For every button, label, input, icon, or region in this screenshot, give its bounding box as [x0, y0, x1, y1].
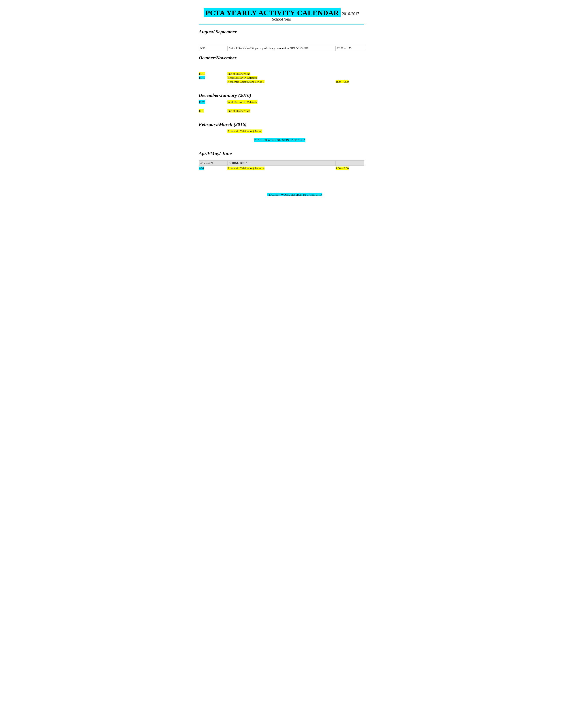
desc-highlight-1223: Work Session in Cafeteria	[227, 100, 257, 104]
desc-highlight-tws-bottom: TEACHER WORK SESSION IN CAFETERIA	[267, 193, 322, 196]
time-acad1: 4:00 – 6:00	[336, 80, 364, 84]
spacer-after-oct	[199, 84, 364, 88]
spacer-dec	[199, 104, 364, 109]
date-spring: 4/17 – 4/21	[199, 161, 227, 166]
desc-acadfeb: Academic Celebration( Period	[227, 129, 336, 133]
event-row-1116: 11/16 End of Quarter One	[199, 72, 364, 76]
aug-sep-spacer2	[199, 41, 364, 46]
event-row-426: 4/26 Academic Celebration( Period 4 4:00…	[199, 167, 364, 170]
date-highlight-131: 1/31	[199, 109, 204, 113]
spacer-apr	[199, 159, 364, 160]
table-row-spring: 4/17 – 4/21 SPRING BREAK	[199, 161, 364, 166]
event-row-1223: 12/23 Work Session in Cafeteria	[199, 100, 364, 104]
oct-spacer	[199, 63, 364, 67]
desc-426: Academic Celebration( Period 4	[227, 167, 336, 170]
desc-tws-bottom: TEACHER WORK SESSION IN CAFETERIA	[227, 193, 336, 197]
desc-highlight-1118: Work Session in Cafeteria	[227, 76, 257, 79]
spacer-apr5	[199, 184, 364, 188]
date-1223: 12/23	[199, 100, 227, 104]
date-426: 4/26	[199, 167, 227, 170]
date-1118: 11/18	[199, 76, 227, 80]
desc-highlight-acad1: Academic Celebration( Period 1	[227, 80, 264, 83]
desc-spring: SPRING BREAK	[227, 161, 336, 166]
section-oct-nov: October/November	[199, 55, 364, 61]
section-apr-jun: April/May/ June	[199, 151, 364, 156]
page-title-highlight: PCTA YEARLY ACTIVITY CALENDAR	[204, 8, 341, 17]
date-highlight-1118: 11/18	[199, 76, 205, 79]
oct-spacer2	[199, 67, 364, 72]
date-cell: 9/30	[199, 46, 227, 51]
date-highlight-426: 4/26	[199, 167, 204, 170]
spring-break-table: 4/17 – 4/21 SPRING BREAK	[199, 160, 364, 166]
time-highlight-acad1: 4:00 – 6:00	[336, 80, 349, 83]
spacer-feb2	[199, 142, 364, 147]
spacer-apr4	[199, 179, 364, 184]
event-row-tws-bottom: TEACHER WORK SESSION IN CAFETERIA	[199, 193, 364, 197]
spacer-jan	[199, 113, 364, 118]
time-cell: 12:00 – 1:50	[336, 46, 364, 51]
event-row-131: 1/31 End of Quarter Two	[199, 109, 364, 113]
date-1116: 11/16	[199, 72, 227, 76]
desc-131: End of Quarter Two	[227, 109, 336, 113]
date-highlight-1223: 12/23	[199, 100, 205, 104]
desc-highlight-acadfeb: Academic Celebration( Period	[227, 129, 262, 133]
desc-1118: Work Session in Cafeteria	[227, 76, 336, 80]
event-row-twsfeb: TEACHER WORK SESSION CAFETERIA	[199, 138, 364, 142]
aug-sep-spacer	[199, 37, 364, 41]
spacer-apr2	[199, 171, 364, 175]
desc-acad1: Academic Celebration( Period 1	[227, 80, 336, 84]
event-row-acadfeb: Academic Celebration( Period	[199, 129, 364, 133]
desc-highlight-426: Academic Celebration( Period 4	[227, 167, 264, 170]
section-dec-jan: December/January (2016)	[199, 92, 364, 98]
time-426: 4:00 – 6:00	[336, 167, 364, 170]
section-feb-mar: February/March (2016)	[199, 122, 364, 127]
page-title-container: PCTA YEARLY ACTIVITY CALENDAR2016-2017 S…	[199, 9, 364, 22]
desc-cell: Skills USA Kickoff & parcc proficiency r…	[227, 46, 336, 51]
desc-highlight-twsfeb: TEACHER WORK SESSION CAFETERIA	[254, 138, 305, 142]
desc-twsfeb: TEACHER WORK SESSION CAFETERIA	[227, 138, 336, 142]
desc-highlight-1116: End of Quarter One	[227, 72, 250, 75]
date-131: 1/31	[199, 109, 227, 113]
title-divider	[199, 24, 364, 24]
desc-1116: End of Quarter One	[227, 72, 336, 76]
spacer-apr6	[199, 188, 364, 193]
spacer-apr3	[199, 175, 364, 179]
event-row-1118: 11/18 Work Session in Cafeteria	[199, 76, 364, 80]
desc-1223: Work Session in Cafeteria	[227, 100, 336, 104]
table-row: 9/30 Skills USA Kickoff & parcc proficie…	[199, 46, 364, 51]
event-row-acad1: Academic Celebration( Period 1 4:00 – 6:…	[199, 80, 364, 84]
section-aug-sep: August/ September	[199, 29, 364, 35]
time-highlight-426: 4:00 – 6:00	[336, 167, 349, 170]
time-spring	[336, 161, 364, 166]
desc-highlight-131: End of Quarter Two	[227, 109, 250, 113]
spacer-feb	[199, 133, 364, 138]
sep-event-table: 9/30 Skills USA Kickoff & parcc proficie…	[199, 46, 364, 51]
date-highlight-1116: 11/16	[199, 72, 205, 75]
